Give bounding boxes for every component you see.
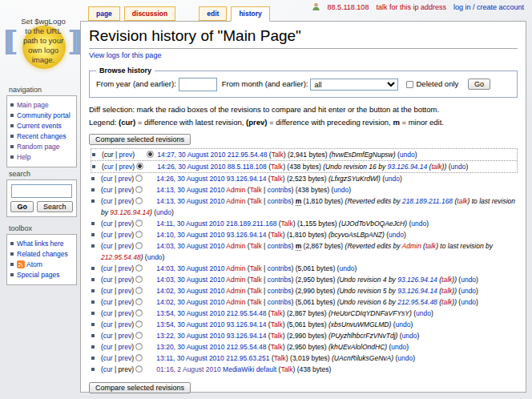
sidebar-link[interactable]: What links here [17,240,64,248]
prev-link[interactable]: prev [119,276,132,284]
contribs-link[interactable]: contribs [268,287,292,295]
deleted-only-checkbox[interactable] [406,81,413,88]
sidebar-link[interactable]: Random page [17,143,59,151]
cur-link[interactable]: cur [103,309,113,317]
talk-link[interactable]: Talk [272,151,284,159]
talk-link[interactable]: Talk [250,298,262,306]
revision-date-link[interactable]: 13:22, 30 August 2010 [156,332,224,340]
talk-link[interactable]: Talk [250,197,262,205]
prev-link[interactable]: prev [119,343,132,351]
undo-link[interactable]: undo [385,175,400,183]
undo-link[interactable]: undo [147,253,163,261]
revision-date-link[interactable]: 13:54, 30 August 2010 [156,309,224,317]
talk-link[interactable]: Talk [271,175,283,183]
revision-user-link[interactable]: 93.126.94.14 [227,320,267,328]
summary-talk-link[interactable]: talk [441,287,452,295]
revision-radio-diff[interactable] [147,151,154,158]
revision-radio-oldid[interactable] [135,343,143,350]
revision-user-link[interactable]: 88.5.118.108 [228,163,267,171]
undo-link[interactable]: undo [461,276,476,284]
cur-link[interactable]: cur [103,220,113,228]
revision-user-link[interactable]: Admin [226,186,245,194]
undo-link[interactable]: undo [391,343,406,351]
cur-link[interactable]: cur [104,163,114,171]
talk-link[interactable]: Talk [281,220,293,228]
sidebar-link[interactable]: Related changes [17,250,68,258]
revision-radio-oldid[interactable] [135,231,143,238]
revision-radio-oldid[interactable] [135,365,143,373]
revision-radio-oldid[interactable] [135,298,143,305]
prev-link[interactable]: prev [119,242,132,250]
talk-link[interactable]: Talk [271,231,283,239]
revision-radio-oldid[interactable] [135,242,143,249]
summary-user-link[interactable]: 93.126.94.14 [388,163,428,171]
talk-link[interactable]: Talk [250,242,262,250]
summary-user-link[interactable]: 93.126.94.14 [397,287,437,295]
sidebar-item-recent-changes[interactable]: Recent changes [10,132,75,141]
revision-date-link[interactable]: 13:54, 30 August 2010 [156,320,224,328]
undo-link[interactable]: undo [402,332,417,340]
revision-radio-oldid[interactable] [135,276,143,283]
search-go-button[interactable]: Go [10,201,34,212]
revision-date-link[interactable]: 14:03, 30 August 2010 [156,264,224,272]
revision-date-link[interactable]: 01:16, 2 August 2010 [156,365,220,373]
undo-link[interactable]: undo [450,163,466,171]
undo-link[interactable]: undo [333,186,349,194]
revision-radio-oldid[interactable] [135,197,143,204]
cur-link[interactable]: cur [103,298,113,306]
revision-user-link[interactable]: 212.95.54.48 [227,309,267,317]
revision-date-link[interactable]: 14:26, 30 August 2010 [156,175,224,183]
sidebar-item-what-links-here[interactable]: What links here [10,240,75,248]
from-month-select[interactable]: all [310,79,398,91]
summary-talk-link[interactable]: 93.126.94.14 [110,208,150,216]
talk-link[interactable]: Talk [271,163,283,171]
summary-talk-link[interactable]: talk [425,242,436,250]
cur-link[interactable]: cur [103,197,113,205]
revision-user-link[interactable]: 212.95.54.48 [228,151,268,159]
revision-radio-oldid[interactable] [135,175,143,182]
revision-radio-oldid[interactable] [135,309,143,316]
revision-date-link[interactable]: 13:20, 30 August 2010 [156,343,224,351]
revision-user-link[interactable]: 218.189.211.168 [226,220,276,228]
contribs-link[interactable]: contribs [268,197,292,205]
summary-talk-link[interactable]: talk [441,276,452,284]
undo-link[interactable]: undo [416,309,431,317]
sidebar-link[interactable]: Current events [17,122,62,130]
cur-link[interactable]: cur [103,186,113,194]
talk-link[interactable]: Talk [280,365,292,373]
summary-user-link[interactable]: 212.95.54.48 [397,298,437,306]
revision-radio-oldid[interactable] [135,320,143,328]
undo-link[interactable]: undo [461,298,476,306]
contribs-link[interactable]: contribs [268,242,292,250]
revision-user-link[interactable]: Admin [226,287,245,295]
revision-user-link[interactable]: Admin [226,264,245,272]
talk-link[interactable]: Talk [274,354,286,362]
revision-user-link[interactable]: MediaWiki default [223,365,276,373]
contribs-link[interactable]: contribs [268,186,292,194]
revision-date-link[interactable]: 13:11, 30 August 2010 [156,354,224,362]
revision-date-link[interactable]: 14:13, 30 August 2010 [156,197,224,205]
summary-user-link[interactable]: 218.189.211.168 [402,197,453,205]
from-year-input[interactable] [179,78,217,91]
summary-talk-link[interactable]: 212.95.54.48 [101,253,141,261]
talk-link[interactable]: Talk [250,186,262,194]
revision-date-link[interactable]: 14:11, 30 August 2010 [156,220,224,228]
prev-link[interactable]: prev [119,186,132,194]
revision-date-link[interactable]: 14:03, 30 August 2010 [156,242,224,250]
revision-date-link[interactable]: 14:26, 30 August 2010 [157,163,225,171]
browse-go-button[interactable]: Go [468,79,490,90]
prev-link[interactable]: prev [119,332,132,340]
undo-link[interactable]: undo [397,354,413,362]
revision-user-link[interactable]: 93.126.94.14 [227,332,267,340]
sidebar-link[interactable]: Community portal [17,111,71,119]
revision-date-link[interactable]: 14:03, 30 August 2010 [156,276,224,284]
revision-radio-oldid[interactable] [136,163,143,170]
sidebar-link[interactable]: Atom [26,260,42,268]
prev-link[interactable]: prev [119,175,132,183]
revision-radio-oldid[interactable] [135,287,143,294]
revision-radio-oldid[interactable] [135,220,143,227]
cur-link[interactable]: cur [103,276,113,284]
sidebar-item-atom[interactable]: Atom [10,260,75,269]
cur-link[interactable]: cur [103,332,113,340]
sidebar-item-main-page[interactable]: Main page [10,101,75,110]
